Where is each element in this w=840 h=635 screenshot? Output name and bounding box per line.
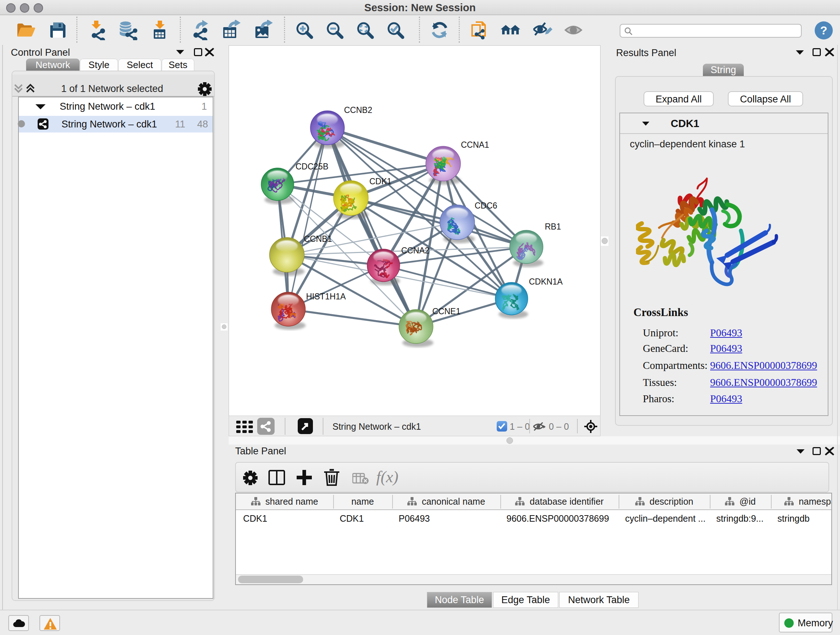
svg-text:CCNE1: CCNE1 [432, 307, 461, 316]
svg-text:HIST1H1A: HIST1H1A [306, 292, 346, 301]
svg-text:CDK1: CDK1 [369, 177, 392, 186]
svg-text:CDC25B: CDC25B [295, 162, 328, 171]
svg-text:CCNA1: CCNA1 [461, 140, 489, 149]
svg-text:CDKN1A: CDKN1A [529, 277, 563, 287]
svg-text:CCNA2: CCNA2 [401, 246, 429, 255]
svg-text:CCNB2: CCNB2 [344, 105, 372, 115]
svg-text:?: ? [820, 24, 827, 37]
svg-text:CDC6: CDC6 [475, 201, 497, 211]
svg-text:RB1: RB1 [545, 222, 561, 231]
svg-text:CCNB1: CCNB1 [304, 234, 332, 244]
